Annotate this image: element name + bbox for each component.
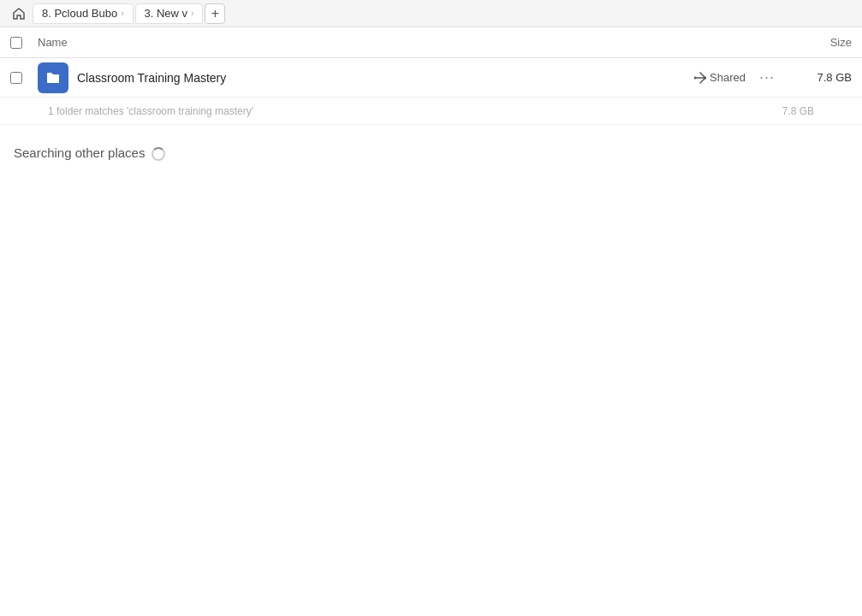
- file-checkbox[interactable]: [10, 72, 22, 84]
- file-size-label: 7.8 GB: [792, 71, 852, 84]
- tab-new-v[interactable]: 3. New v ›: [135, 3, 204, 24]
- tab-pcloud-bubo[interactable]: 8. Pcloud Bubo ›: [33, 3, 134, 24]
- select-all-checkbox-container[interactable]: [10, 37, 38, 49]
- tab1-chevron-icon: ›: [121, 9, 123, 18]
- match-text-label: 1 folder matches 'classroom training mas…: [48, 105, 782, 117]
- searching-section: Searching other places: [0, 125, 862, 160]
- searching-spinner-icon: [152, 147, 163, 159]
- tab-bar: 8. Pcloud Bubo › 3. New v › +: [0, 0, 862, 27]
- searching-label: Searching other places: [14, 145, 145, 160]
- file-shared-badge: Shared: [694, 71, 746, 84]
- svg-rect-0: [49, 77, 57, 79]
- name-column-header: Name: [38, 36, 783, 49]
- file-more-button[interactable]: ···: [759, 68, 775, 86]
- file-folder-icon: [38, 62, 68, 93]
- match-size-label: 7.8 GB: [782, 105, 814, 117]
- svg-rect-1: [49, 79, 55, 80]
- select-all-checkbox[interactable]: [10, 37, 22, 49]
- home-tab[interactable]: [7, 3, 31, 24]
- svg-point-3: [694, 76, 697, 79]
- file-row[interactable]: Classroom Training Mastery Shared ··· 7.…: [0, 58, 862, 98]
- match-info-row: 1 folder matches 'classroom training mas…: [0, 98, 862, 125]
- size-column-header: Size: [783, 36, 852, 49]
- tab2-chevron-icon: ›: [191, 9, 193, 18]
- file-name-label: Classroom Training Mastery: [77, 71, 694, 85]
- file-checkbox-container[interactable]: [10, 72, 38, 84]
- add-tab-button[interactable]: +: [205, 3, 225, 24]
- column-headers: Name Size: [0, 27, 862, 58]
